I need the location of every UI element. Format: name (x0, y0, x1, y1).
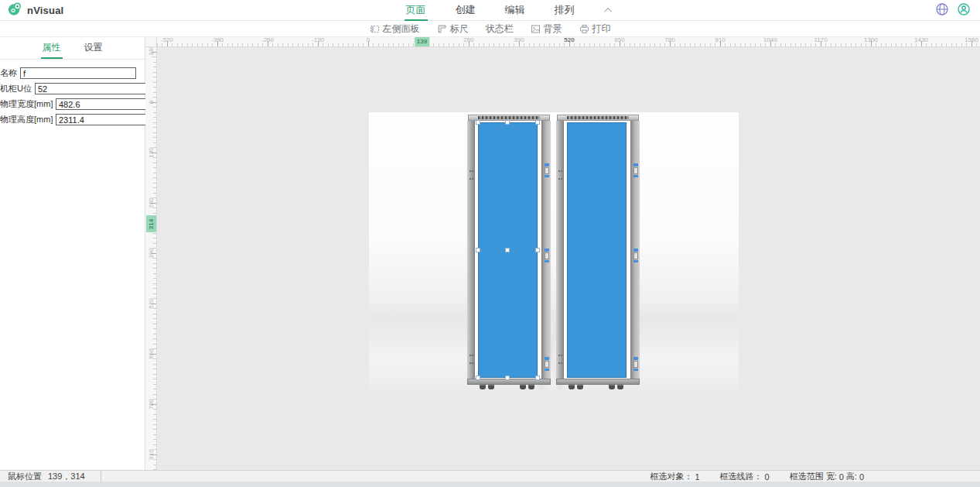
toolbar-item-background[interactable]: 背景 (531, 22, 562, 36)
room-backdrop (369, 112, 739, 391)
v-ruler-label: 520 (149, 298, 155, 310)
toolbar-item-print[interactable]: 打印 (579, 22, 611, 36)
toolbar-item-status-bar[interactable]: 状态栏 (486, 22, 514, 36)
latch-part (633, 369, 638, 371)
vertical-ruler: 314 -1300130260390520650780910 (145, 47, 157, 470)
mouse-position: 鼠标位置 139，314 (8, 471, 101, 482)
left-panel: 属性设置 名称机柜U位物理宽度[mm]物理高度[mm] (0, 37, 145, 470)
door-latch (633, 357, 638, 371)
rack-left-rail (556, 121, 564, 379)
app-window: nVisual 页面创建编辑排列 (0, 0, 980, 487)
panel-left-icon (370, 24, 380, 34)
caster-wheel (577, 384, 583, 389)
latch-part (545, 252, 549, 259)
rail-screws (470, 170, 471, 172)
toolbar-item-label: 背景 (544, 22, 562, 36)
rack-cabinet[interactable] (556, 115, 640, 389)
latch-part (633, 260, 638, 262)
h-ruler-label: 1560 (965, 37, 978, 43)
toolbar-item-ruler[interactable]: 标尺 (437, 22, 469, 36)
selection-handle[interactable] (505, 248, 510, 252)
selection-handle[interactable] (505, 376, 510, 380)
h-ruler-label: -520 (161, 37, 173, 43)
tab-settings[interactable]: 设置 (83, 37, 104, 59)
h-ruler-label: 650 (614, 37, 624, 43)
selection-line-count: 框选线路：0 (720, 471, 770, 482)
latch-part (633, 163, 638, 166)
floor-lines (369, 313, 739, 391)
tab-properties[interactable]: 属性 (41, 37, 63, 59)
door-latch (633, 249, 638, 262)
chevron-up-icon (604, 8, 612, 15)
latch-part (633, 361, 638, 368)
app-title: nVisual (27, 5, 63, 16)
v-ruler-label: 130 (149, 147, 155, 159)
menu-tab-create[interactable]: 创建 (454, 0, 477, 21)
selection-handle[interactable] (535, 376, 540, 380)
selection-handle[interactable] (476, 120, 480, 125)
header-menu: 页面创建编辑排列 (405, 0, 576, 21)
door-latch (545, 163, 549, 177)
selection-handle[interactable] (476, 376, 480, 380)
rack-vents (567, 116, 629, 119)
v-ruler-label: 0 (149, 97, 155, 108)
mouse-position-value: 139，314 (48, 471, 85, 482)
rail-screws (558, 178, 560, 180)
menu-tab-edit[interactable]: 编辑 (504, 0, 527, 21)
v-ruler-label: 390 (149, 248, 155, 259)
menu-tab-arrange[interactable]: 排列 (553, 0, 576, 21)
v-ruler-label: 260 (149, 197, 155, 209)
physical-height-label: 物理高度[mm] (0, 114, 53, 125)
selection-object-count: 框选对象：1 (650, 471, 699, 482)
selection-handle[interactable] (505, 120, 510, 125)
door-latch (545, 357, 549, 371)
toolbar-item-label: 打印 (592, 22, 611, 36)
latch-part (545, 357, 549, 360)
collapse-menu-button[interactable] (606, 0, 612, 21)
latch-part (633, 252, 638, 259)
physical-width-label: 物理宽度[mm] (0, 98, 53, 110)
latch-part (633, 357, 638, 360)
user-icon[interactable] (957, 2, 971, 19)
latch-part (633, 167, 638, 174)
selection-handle[interactable] (535, 120, 540, 125)
name-field[interactable] (20, 67, 136, 79)
door-latch (633, 163, 638, 177)
rail-screws (470, 178, 471, 180)
rail-screws (470, 355, 471, 356)
h-ruler-label: 1430 (914, 37, 928, 43)
v-ruler-cursor-badge: 314 (146, 215, 156, 232)
toolbar: 左侧面板标尺状态栏背景打印 (0, 21, 980, 37)
selection-handle[interactable] (476, 248, 480, 252)
v-ruler-label: 780 (149, 399, 155, 410)
h-ruler-label: 1170 (814, 37, 827, 43)
rack-u-label: 机柜U位 (0, 83, 32, 94)
caster-wheel (609, 384, 615, 389)
toolbar-item-left-panel[interactable]: 左侧面板 (370, 22, 420, 36)
caster-wheel (528, 384, 534, 389)
rack-vents (478, 116, 540, 119)
h-ruler-label: -390 (211, 37, 224, 43)
menu-tab-page[interactable]: 页面 (405, 0, 428, 21)
h-ruler-label: 910 (715, 37, 725, 43)
toolbar-item-label: 左侧面板 (383, 22, 420, 36)
ruler-icon (437, 24, 447, 34)
toolbar-items: 左侧面板标尺状态栏背景打印 (370, 22, 611, 36)
latch-part (545, 361, 549, 368)
h-ruler-label: -130 (312, 37, 324, 43)
globe-icon[interactable] (935, 2, 949, 19)
header: nVisual 页面创建编辑排列 (0, 0, 980, 21)
latch-part (633, 249, 638, 252)
horizontal-ruler: 139 -520-390-260-13001302603905206507809… (157, 37, 980, 47)
rack-cabinet[interactable] (467, 115, 551, 389)
work-area[interactable] (157, 47, 980, 470)
rack-u-field[interactable] (35, 83, 151, 94)
latch-part (545, 167, 549, 174)
selection-stats: 框选对象：1 框选线路：0 框选范围 宽: 0 高: 0 (650, 471, 864, 482)
sidebar-fields: 名称机柜U位物理宽度[mm]物理高度[mm] (0, 60, 145, 125)
canvas[interactable]: 139 -520-390-260-13001302603905206507809… (145, 37, 980, 470)
rack-front-door[interactable] (567, 122, 627, 378)
selection-handle[interactable] (535, 248, 540, 252)
rail-screws (558, 355, 560, 356)
sidebar-tabs: 属性设置 (0, 37, 145, 60)
